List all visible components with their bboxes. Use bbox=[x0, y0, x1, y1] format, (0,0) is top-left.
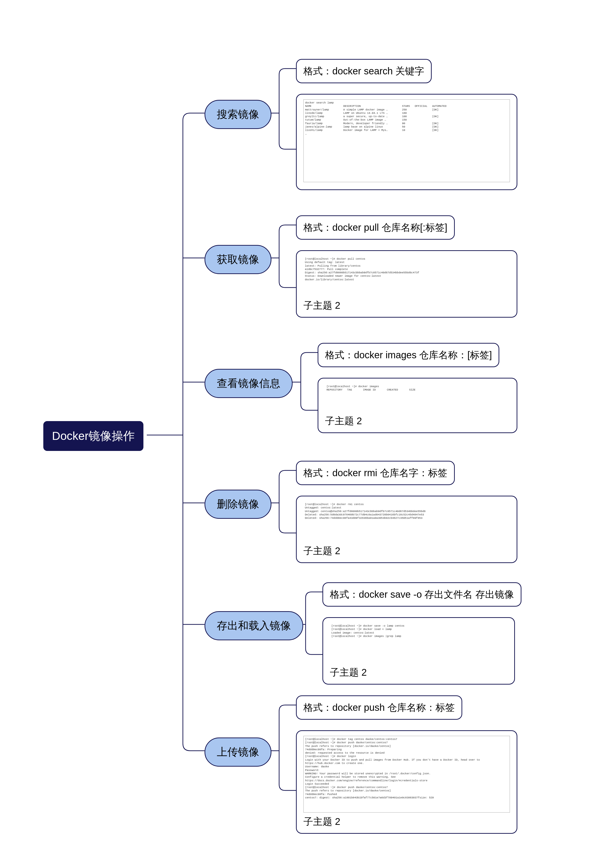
watermark: 树图 shutu.cn bbox=[62, 14, 191, 105]
leaf-caption: 子主题 2 bbox=[303, 544, 510, 557]
branch-search-image[interactable]: 搜索镜像 bbox=[205, 100, 272, 129]
leaf-rmi-format[interactable]: 格式：docker rmi 仓库名字：标签 bbox=[296, 461, 455, 485]
leaf-images-terminal[interactable]: [root@localhost ~]# docker images REPOSI… bbox=[318, 378, 517, 433]
watermark: 树图 shutu.cn bbox=[62, 322, 191, 413]
terminal-output: docker search lamp NAME DESCRIPTION STAR… bbox=[303, 99, 510, 182]
leaf-save-terminal[interactable]: [root@localhost ~]# docker save -o lamp … bbox=[322, 617, 515, 685]
branch-pull-image[interactable]: 获取镜像 bbox=[205, 245, 272, 274]
leaf-caption: 子主题 2 bbox=[330, 666, 507, 679]
terminal-output: [root@localhost ~]# docker rmi centos Un… bbox=[303, 501, 510, 542]
leaf-caption: 子主题 2 bbox=[303, 815, 510, 828]
leaf-push-terminal[interactable]: [root@localhost ~]# docker tag centos da… bbox=[296, 730, 517, 834]
terminal-output: [root@localhost ~]# docker pull centos U… bbox=[303, 256, 510, 296]
leaf-caption: 子主题 2 bbox=[303, 299, 510, 312]
branch-delete-image[interactable]: 删除镜像 bbox=[205, 490, 272, 519]
terminal-output: [root@localhost ~]# docker images REPOSI… bbox=[325, 383, 510, 412]
branch-push-image[interactable]: 上传镜像 bbox=[205, 738, 272, 766]
root-node[interactable]: Docker镜像操作 bbox=[43, 421, 143, 451]
watermark: 树图 shutu.cn bbox=[62, 786, 191, 853]
leaf-search-terminal[interactable]: docker search lamp NAME DESCRIPTION STAR… bbox=[296, 94, 517, 190]
branch-save-load-image[interactable]: 存出和载入镜像 bbox=[205, 611, 303, 640]
terminal-output: [root@localhost ~]# docker tag centos da… bbox=[303, 736, 510, 813]
leaf-caption: 子主题 2 bbox=[325, 414, 510, 428]
leaf-images-format[interactable]: 格式：docker images 仓库名称：[标签] bbox=[318, 343, 499, 367]
leaf-save-format[interactable]: 格式：docker save -o 存出文件名 存出镜像 bbox=[322, 582, 522, 607]
leaf-pull-terminal[interactable]: [root@localhost ~]# docker pull centos U… bbox=[296, 250, 517, 318]
leaf-search-format[interactable]: 格式：docker search 关键字 bbox=[296, 59, 432, 83]
leaf-rmi-terminal[interactable]: [root@localhost ~]# docker rmi centos Un… bbox=[296, 496, 517, 563]
branch-view-image-info[interactable]: 查看镜像信息 bbox=[205, 369, 293, 398]
leaf-pull-format[interactable]: 格式：docker pull 仓库名称[:标签] bbox=[296, 216, 455, 240]
leaf-push-format[interactable]: 格式：docker push 仓库名称：标签 bbox=[296, 695, 462, 720]
watermark: 树图 shutu.cn bbox=[62, 630, 191, 721]
mindmap-canvas: Docker镜像操作 搜索镜像 格式：docker search 关键字 doc… bbox=[0, 0, 616, 853]
terminal-output: [root@localhost ~]# docker save -o lamp … bbox=[330, 623, 507, 663]
